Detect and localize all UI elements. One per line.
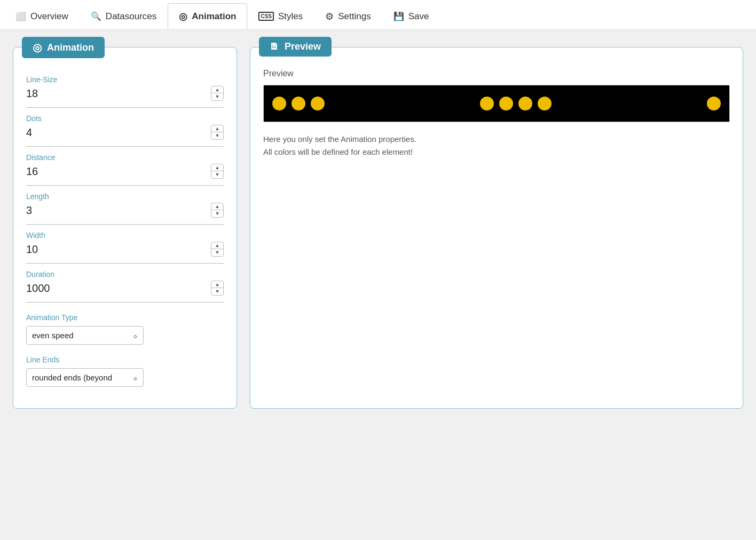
distance-spinner[interactable]: ▲ ▼ — [211, 164, 224, 179]
dots-spinner[interactable]: ▲ ▼ — [211, 125, 224, 140]
preview-dot-7 — [538, 97, 552, 110]
length-down[interactable]: ▼ — [211, 210, 223, 217]
preview-dot-6 — [518, 97, 532, 110]
field-duration-value: 1000 — [26, 282, 50, 295]
field-duration-label: Duration — [26, 270, 224, 279]
field-distance-label: Distance — [26, 153, 224, 162]
line-size-down[interactable]: ▼ — [211, 93, 223, 100]
preview-dot-3 — [311, 97, 325, 110]
save-icon — [393, 11, 404, 21]
nav-animation[interactable]: Animation — [168, 3, 247, 29]
line-ends-dropdown[interactable]: rounded ends (beyond ⬦ — [26, 368, 144, 387]
preview-note: Here you only set the Animation properti… — [263, 133, 730, 158]
preview-panel-header: 🗎 Preview — [259, 37, 332, 57]
animation-panel-title: Animation — [47, 42, 94, 53]
field-length-label: Length — [26, 192, 224, 201]
animation-panel: ◎ Animation Line-Size 18 ▲ ▼ Dots 4 ▲ ▼ — [13, 47, 237, 409]
preview-dot-1 — [272, 97, 286, 110]
field-length-value: 3 — [26, 204, 32, 217]
field-length: Length 3 ▲ ▼ — [26, 186, 224, 225]
preview-note-line2: All colors will be defined for each elem… — [263, 146, 730, 158]
line-ends-chevron: ⬦ — [133, 373, 138, 382]
animation-header-icon: ◎ — [33, 41, 42, 54]
preview-panel-title: Preview — [285, 41, 321, 52]
nav-datasources-label: Datasources — [106, 11, 156, 22]
nav-overview-label: Overview — [30, 11, 68, 22]
field-width-value: 10 — [26, 243, 38, 256]
line-size-spinner[interactable]: ▲ ▼ — [211, 86, 224, 101]
field-width-label: Width — [26, 231, 224, 240]
preview-note-line1: Here you only set the Animation properti… — [263, 133, 730, 146]
duration-up[interactable]: ▲ — [211, 281, 223, 288]
nav-overview[interactable]: Overview — [4, 3, 80, 29]
field-duration: Duration 1000 ▲ ▼ — [26, 264, 224, 303]
dots-down[interactable]: ▼ — [211, 132, 223, 139]
line-ends-section-label: Line Ends — [26, 355, 224, 364]
main-content: ◎ Animation Line-Size 18 ▲ ▼ Dots 4 ▲ ▼ — [0, 30, 756, 426]
preview-panel: 🗎 Preview Preview Here you only set the … — [250, 47, 743, 409]
settings-icon — [325, 11, 334, 22]
animation-type-chevron: ⬦ — [133, 331, 138, 340]
field-width: Width 10 ▲ ▼ — [26, 225, 224, 264]
length-up[interactable]: ▲ — [211, 203, 223, 210]
field-dots: Dots 4 ▲ ▼ — [26, 108, 224, 147]
field-line-size-label: Line-Size — [26, 75, 224, 84]
styles-icon — [258, 12, 274, 21]
preview-dot-2 — [292, 97, 305, 110]
overview-icon — [15, 11, 26, 21]
datasources-icon — [91, 11, 101, 21]
animation-type-value: even speed — [32, 331, 74, 340]
nav-animation-label: Animation — [192, 11, 236, 22]
preview-header-icon: 🗎 — [270, 41, 279, 52]
animation-icon — [179, 11, 187, 22]
nav-save[interactable]: Save — [382, 3, 440, 29]
preview-canvas — [263, 85, 730, 122]
nav-styles-label: Styles — [278, 11, 303, 22]
preview-dot-8 — [707, 97, 721, 110]
top-navigation: Overview Datasources Animation Styles Se… — [0, 0, 756, 30]
animation-type-dropdown[interactable]: even speed ⬦ — [26, 326, 144, 345]
animation-type-section-label: Animation Type — [26, 313, 224, 322]
field-dots-label: Dots — [26, 114, 224, 123]
animation-panel-header: ◎ Animation — [22, 37, 105, 58]
distance-up[interactable]: ▲ — [211, 164, 223, 171]
distance-down[interactable]: ▼ — [211, 171, 223, 178]
dots-up[interactable]: ▲ — [211, 125, 223, 132]
nav-save-label: Save — [408, 11, 429, 22]
width-spinner[interactable]: ▲ ▼ — [211, 242, 224, 257]
field-line-size-value: 18 — [26, 88, 38, 100]
nav-settings[interactable]: Settings — [314, 3, 382, 29]
nav-styles[interactable]: Styles — [247, 3, 314, 29]
line-size-up[interactable]: ▲ — [211, 86, 223, 93]
width-down[interactable]: ▼ — [211, 249, 223, 256]
field-line-size: Line-Size 18 ▲ ▼ — [26, 69, 224, 108]
duration-down[interactable]: ▼ — [211, 288, 223, 295]
preview-section-label: Preview — [263, 69, 730, 78]
duration-spinner[interactable]: ▲ ▼ — [211, 281, 224, 296]
nav-datasources[interactable]: Datasources — [80, 3, 168, 29]
preview-dot-5 — [499, 97, 513, 110]
length-spinner[interactable]: ▲ ▼ — [211, 203, 224, 218]
preview-dot-4 — [480, 97, 494, 110]
field-distance-value: 16 — [26, 165, 38, 178]
field-distance: Distance 16 ▲ ▼ — [26, 147, 224, 186]
line-ends-value: rounded ends (beyond — [32, 373, 112, 382]
width-up[interactable]: ▲ — [211, 242, 223, 249]
field-dots-value: 4 — [26, 126, 32, 139]
nav-settings-label: Settings — [338, 11, 371, 22]
